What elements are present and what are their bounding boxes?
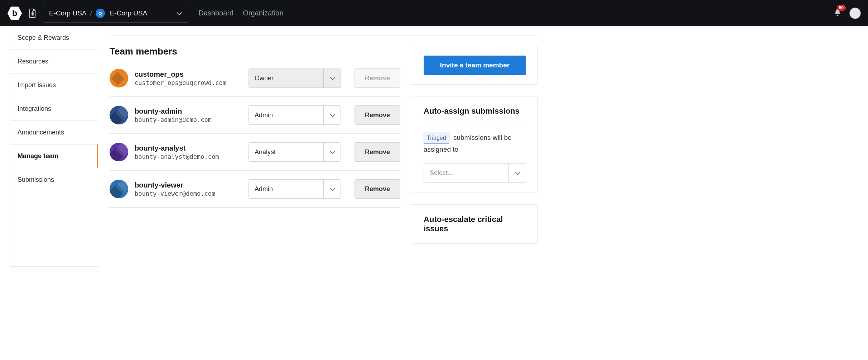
sidebar-item-manage-team[interactable]: Manage team — [10, 145, 98, 168]
breadcrumb-separator: / — [90, 9, 92, 17]
chevron-down-icon — [323, 69, 341, 87]
invite-team-member-button[interactable]: Invite a team member — [424, 56, 526, 75]
member-name: bounty-analyst — [135, 144, 242, 152]
member-avatar — [110, 69, 128, 87]
team-members-heading: Team members — [110, 46, 400, 57]
member-email: bounty-viewer@demo.com — [135, 190, 242, 197]
triaged-tag: Triaged — [424, 132, 449, 144]
role-value: Analyst — [249, 148, 323, 156]
role-select[interactable]: Analyst — [249, 142, 341, 162]
top-nav: b E-Corp USA / E-Corp USA Dashboard Orga… — [0, 0, 868, 26]
chevron-down-icon — [323, 143, 341, 161]
member-avatar — [110, 180, 128, 198]
member-info: bounty-analyst bounty-analyst@demo.com — [135, 144, 242, 160]
member-avatar — [110, 106, 128, 124]
notifications-button[interactable]: 50 — [834, 9, 842, 18]
member-email: bounty-analyst@demo.com — [135, 153, 242, 160]
invite-card: Invite a team member — [412, 46, 538, 85]
content: Team members customer_ops customer_ops@b… — [98, 26, 549, 267]
right-column: Invite a team member Auto-assign submiss… — [412, 46, 538, 255]
remove-button[interactable]: Remove — [355, 142, 400, 162]
team-members-panel: Team members customer_ops customer_ops@b… — [110, 46, 400, 255]
auto-assign-text: Triaged submissions will be assigned to — [424, 132, 526, 155]
member-row: bounty-viewer bounty-viewer@demo.com Adm… — [110, 171, 400, 208]
role-select[interactable]: Admin — [249, 105, 341, 125]
role-value: Admin — [249, 185, 323, 193]
role-select: Owner — [249, 68, 341, 88]
sidebar-item-announcements[interactable]: Announcements — [10, 121, 98, 145]
svg-text:b: b — [12, 8, 17, 18]
member-email: bounty-admin@demo.com — [135, 116, 242, 123]
sidebar: Scope & Rewards Resources Import issues … — [10, 26, 98, 267]
member-info: bounty-admin bounty-admin@demo.com — [135, 107, 242, 123]
remove-button[interactable]: Remove — [355, 179, 400, 199]
section-divider — [110, 35, 538, 36]
top-nav-links: Dashboard Organization — [198, 9, 283, 17]
sidebar-item-resources[interactable]: Resources — [10, 50, 98, 74]
remove-button: Remove — [355, 68, 400, 88]
org-parent: E-Corp USA — [49, 9, 87, 17]
top-nav-right: 50 — [834, 8, 861, 19]
member-info: customer_ops customer_ops@bugcrowd.com — [135, 70, 242, 86]
document-icon[interactable] — [29, 9, 37, 18]
member-name: customer_ops — [135, 70, 242, 79]
brand-logo[interactable]: b — [7, 6, 22, 21]
auto-escalate-card: Auto-escalate critical issues — [412, 204, 538, 244]
sidebar-item-integrations[interactable]: Integrations — [10, 97, 98, 121]
sidebar-item-import-issues[interactable]: Import issues — [10, 74, 98, 97]
auto-assign-select[interactable]: Select... — [424, 163, 526, 183]
svg-point-4 — [99, 12, 101, 15]
member-name: bounty-viewer — [135, 181, 242, 189]
sidebar-item-submissions[interactable]: Submissions — [10, 168, 98, 191]
role-value: Owner — [249, 75, 323, 82]
auto-assign-heading: Auto-assign submissions — [424, 106, 526, 116]
notification-count: 50 — [837, 5, 846, 11]
role-value: Admin — [249, 112, 323, 119]
nav-link-dashboard[interactable]: Dashboard — [198, 9, 233, 17]
role-select[interactable]: Admin — [249, 179, 341, 199]
member-name: bounty-admin — [135, 107, 242, 115]
member-info: bounty-viewer bounty-viewer@demo.com — [135, 181, 242, 197]
member-row: customer_ops customer_ops@bugcrowd.com O… — [110, 66, 400, 97]
member-row: bounty-analyst bounty-analyst@demo.com A… — [110, 134, 400, 171]
auto-assign-card: Auto-assign submissions Triaged submissi… — [412, 96, 538, 193]
svg-rect-2 — [32, 13, 34, 15]
remove-button[interactable]: Remove — [355, 105, 400, 125]
chevron-down-icon — [323, 180, 341, 198]
main: Scope & Rewards Resources Import issues … — [0, 26, 868, 267]
chevron-down-icon — [323, 106, 341, 124]
chevron-down-icon — [508, 164, 526, 182]
member-avatar — [110, 143, 128, 161]
auto-escalate-heading: Auto-escalate critical issues — [424, 215, 526, 233]
select-placeholder: Select... — [424, 169, 508, 177]
org-current: E-Corp USA — [110, 9, 148, 17]
member-row: bounty-admin bounty-admin@demo.com Admin… — [110, 97, 400, 134]
top-nav-left: b E-Corp USA / E-Corp USA Dashboard Orga… — [7, 4, 284, 23]
user-avatar[interactable] — [849, 8, 861, 19]
chevron-down-icon — [172, 10, 186, 16]
sidebar-item-scope-rewards[interactable]: Scope & Rewards — [10, 26, 98, 50]
org-switcher[interactable]: E-Corp USA / E-Corp USA — [43, 4, 189, 23]
bug-icon — [96, 9, 105, 18]
member-email: customer_ops@bugcrowd.com — [135, 79, 242, 86]
nav-link-organization[interactable]: Organization — [243, 9, 283, 17]
